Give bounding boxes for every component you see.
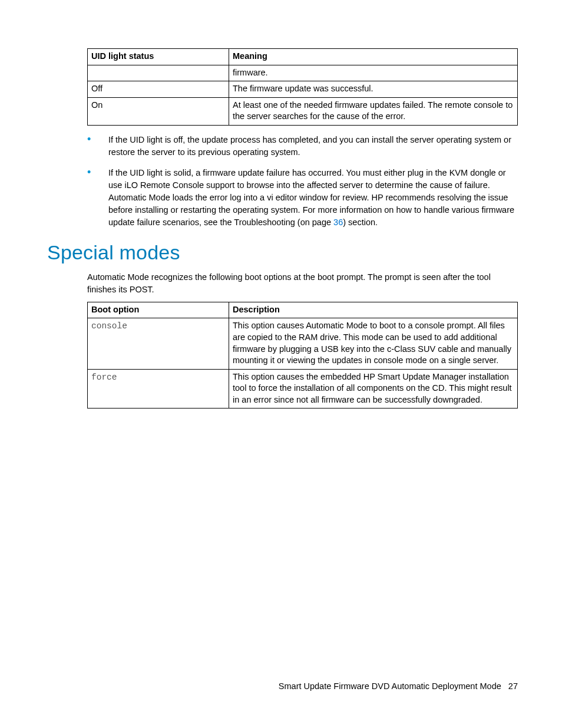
- uid-status-table: UID light status Meaning firmware. Off T…: [87, 48, 518, 126]
- table-row: force This option causes the embedded HP…: [88, 369, 518, 409]
- bullet-text-pre: If the UID light is solid, a firmware up…: [108, 168, 514, 227]
- option-code: console: [91, 321, 127, 331]
- boot-table-wrap: Boot option Description console This opt…: [87, 302, 518, 409]
- list-item: If the UID light is off, the update proc…: [87, 134, 518, 159]
- boot-option-table: Boot option Description console This opt…: [87, 302, 518, 409]
- cell-option: console: [88, 318, 229, 369]
- option-code: force: [91, 373, 117, 382]
- cell-desc: This option causes the embedded HP Smart…: [229, 369, 518, 409]
- list-item: If the UID light is solid, a firmware up…: [87, 167, 518, 229]
- table-row: console This option causes Automatic Mod…: [88, 318, 518, 369]
- page-content: UID light status Meaning firmware. Off T…: [47, 48, 518, 417]
- section-intro: Automatic Mode recognizes the following …: [87, 271, 518, 296]
- page-link-36[interactable]: 36: [333, 218, 343, 227]
- footer-title: Smart Update Firmware DVD Automatic Depl…: [279, 681, 501, 691]
- table-row: Off The firmware update was successful.: [88, 81, 518, 98]
- page-footer: Smart Update Firmware DVD Automatic Depl…: [279, 681, 518, 693]
- boot-header-desc: Description: [229, 302, 518, 318]
- bullet-text-post: ) section.: [343, 218, 378, 227]
- cell-meaning: The firmware update was successful.: [229, 81, 518, 98]
- cell-desc: This option causes Automatic Mode to boo…: [229, 318, 518, 369]
- uid-table-wrap: UID light status Meaning firmware. Off T…: [87, 48, 518, 126]
- cell-meaning: firmware.: [229, 65, 518, 81]
- table-header-row: UID light status Meaning: [88, 49, 518, 65]
- footer-page-number: 27: [508, 681, 518, 691]
- table-row: On At least one of the needed firmware u…: [88, 97, 518, 125]
- uid-header-status: UID light status: [88, 49, 229, 65]
- table-row: firmware.: [88, 65, 518, 81]
- cell-status: Off: [88, 81, 229, 98]
- table-header-row: Boot option Description: [88, 302, 518, 318]
- cell-status: On: [88, 97, 229, 125]
- cell-option: force: [88, 369, 229, 409]
- cell-meaning: At least one of the needed firmware upda…: [229, 97, 518, 125]
- section-heading-special-modes: Special modes: [47, 239, 518, 266]
- uid-header-meaning: Meaning: [229, 49, 518, 65]
- bullet-list: If the UID light is off, the update proc…: [87, 134, 518, 229]
- bullet-text: If the UID light is off, the update proc…: [108, 135, 511, 157]
- cell-status: [88, 65, 229, 81]
- boot-header-option: Boot option: [88, 302, 229, 318]
